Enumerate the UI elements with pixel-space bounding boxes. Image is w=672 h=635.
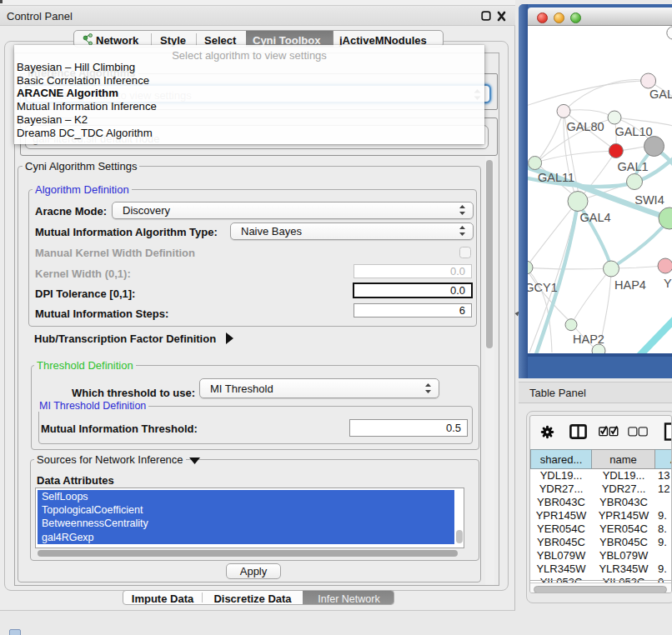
svg-text:SWI4: SWI4: [634, 193, 664, 207]
svg-text:Y: Y: [664, 277, 672, 290]
svg-text:HAP2: HAP2: [573, 332, 604, 346]
svg-text:GAL1: GAL1: [617, 160, 648, 173]
svg-text:HAP4: HAP4: [614, 278, 646, 292]
svg-text:GAL10: GAL10: [614, 125, 652, 138]
svg-text:GCY1: GCY1: [528, 281, 558, 294]
svg-text:GAL80: GAL80: [566, 120, 604, 133]
svg-text:GAL7: GAL7: [649, 88, 672, 101]
svg-text:GAL4: GAL4: [579, 211, 610, 224]
svg-text:GAL11: GAL11: [538, 171, 574, 184]
